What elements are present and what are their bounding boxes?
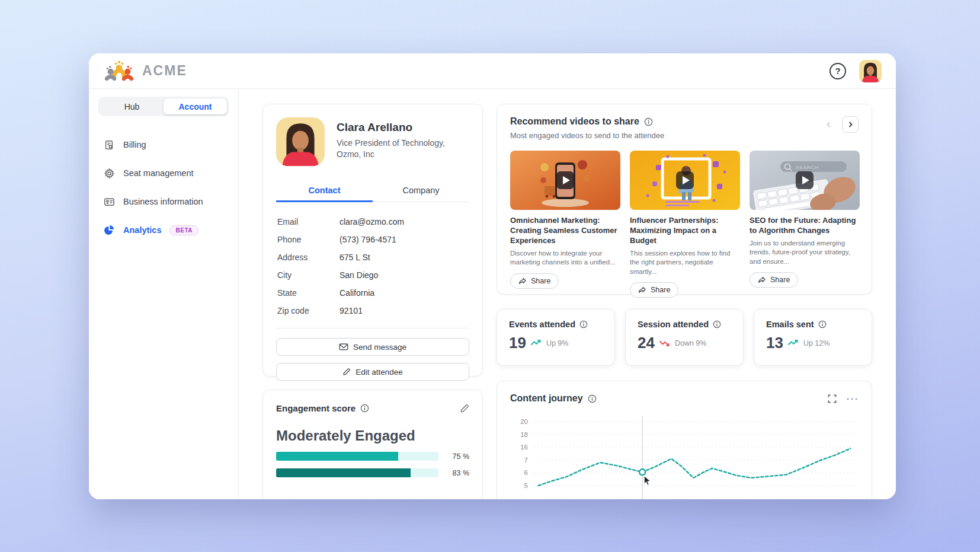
trend-up-icon [787,339,799,347]
tab-company[interactable]: Company [373,180,469,202]
envelope-icon [339,343,348,351]
sidebar-item-label: Business information [123,197,203,206]
info-icon[interactable] [713,320,721,328]
info-icon[interactable] [644,117,653,126]
info-icon[interactable] [588,394,597,403]
tab-contact[interactable]: Contact [276,180,373,202]
video-card: Influencer Partnerships: Maximizing Impa… [630,151,740,298]
info-icon[interactable] [579,320,588,328]
field-value-address: 675 L St [340,253,370,262]
send-message-button[interactable]: Send message [276,338,469,356]
beta-badge: BETA [169,225,198,235]
brand-name: ACME [142,63,187,79]
svg-text:SEARCH: SEARCH [796,165,819,170]
stat-card-emails-sent: Emails sent 13 [754,309,872,366]
fullscreen-icon[interactable] [828,394,837,403]
svg-text:16: 16 [520,443,528,451]
svg-text:5: 5 [524,482,528,489]
field-label: Zip code [277,306,340,315]
stat-label: Events attended [509,320,575,329]
progress-percent: 83 % [447,469,469,477]
sidebar-item-seat-management[interactable]: Seat management [98,159,229,187]
video-card: SEARCH [750,151,860,298]
stat-label: Session attended [638,320,709,329]
pencil-icon [342,368,351,376]
share-label: Share [531,277,550,285]
svg-text:7: 7 [524,457,528,464]
share-icon [518,277,527,285]
videos-subtitle: Most engaged videos to send to the atten… [510,131,664,140]
contact-fields: Email clara@ozmo.com Phone (573) 796-457… [276,213,469,320]
field-value-email: clara@ozmo.com [340,217,404,226]
field-value-state: California [340,288,374,298]
field-label: Address [277,253,340,262]
share-button[interactable]: Share [750,272,798,288]
contact-field-row: Address 675 L St [276,248,469,266]
stat-trend: Up 12% [803,339,830,347]
user-avatar[interactable] [859,60,882,82]
sidebar-item-label: Billing [123,140,146,149]
sidebar-item-analytics[interactable]: Analytics BETA [98,216,229,244]
svg-text:18: 18 [520,431,528,438]
stat-value: 19 [509,334,526,352]
progress-bar-fill [276,452,398,461]
share-label: Share [770,276,790,284]
tab-hub[interactable]: Hub [100,98,164,114]
info-icon[interactable] [360,404,369,413]
svg-text:6: 6 [524,469,528,476]
share-button[interactable]: Share [630,282,678,298]
carousel-next-icon[interactable] [842,116,859,133]
video-title[interactable]: Influencer Partnerships: Maximizing Impa… [630,216,740,246]
video-description: This session explores how to find the ri… [630,249,740,277]
mouse-cursor [644,476,651,485]
stat-card-events-attended: Events attended 19 [497,309,615,366]
video-description: Join us to understand emerging trends, f… [750,239,860,267]
content-journey-chart[interactable]: 201816765 [510,414,859,499]
recommend-videos-card: Recommend videos to share Most engaged v… [497,104,872,295]
main-content: Clara Arellano Vice President of Technol… [239,90,896,499]
sidebar-item-label: Seat management [123,168,194,178]
contact-field-row: Phone (573) 796-4571 [276,231,469,248]
tab-account[interactable]: Account [164,98,227,114]
field-label: State [277,288,340,298]
help-icon[interactable]: ? [830,63,846,79]
share-button[interactable]: Share [510,273,559,289]
stat-card-session-attended: Session attended 24 [625,309,744,366]
more-options-icon[interactable]: ··· [846,395,859,401]
edit-attendee-button[interactable]: Edit attendee [276,363,469,381]
info-icon[interactable] [818,320,827,328]
field-label: Email [277,217,340,226]
share-label: Share [651,286,670,294]
edit-engagement-icon[interactable] [460,404,469,413]
field-value-zip: 92101 [340,306,363,315]
content-journey-card: Content journey [497,381,872,499]
sidebar: Hub Account Billing [89,90,239,499]
send-message-label: Send message [353,343,406,352]
sidebar-item-business-information[interactable]: Business information [98,187,229,216]
video-thumbnail-omnichannel[interactable] [510,151,620,210]
svg-text:20: 20 [520,418,528,425]
field-value-phone: (573) 796-4571 [340,235,396,244]
content-journey-title: Content journey [510,393,583,404]
engagement-bar-row: 83 % [276,468,469,477]
video-thumbnail-influencer[interactable] [630,151,740,210]
sidebar-item-billing[interactable]: Billing [98,130,229,159]
sidebar-item-label: Analytics [123,225,161,235]
invoice-icon [103,139,115,151]
video-title[interactable]: Omnichannel Marketing: Creating Seamless… [510,216,620,246]
engagement-bar-row: 75 % [276,452,469,461]
contact-company-tabs: Contact Company [276,180,469,202]
video-description: Discover how to integrate your marketing… [510,249,620,267]
video-title[interactable]: SEO for the Future: Adapting to Algorith… [750,216,860,236]
progress-bar-fill [276,468,411,477]
video-thumbnail-seo[interactable]: SEARCH [750,151,860,210]
id-card-icon [103,196,115,208]
stat-value: 24 [638,334,655,352]
progress-percent: 75 % [447,452,469,461]
contact-field-row: Zip code 92101 [276,302,469,320]
carousel-prev-icon[interactable] [821,116,837,133]
attendee-avatar [276,117,325,166]
app-window: ACME ? Hub Acc [89,53,896,499]
contact-field-row: City San Diego [276,266,469,284]
contact-field-row: Email clara@ozmo.com [276,213,469,231]
